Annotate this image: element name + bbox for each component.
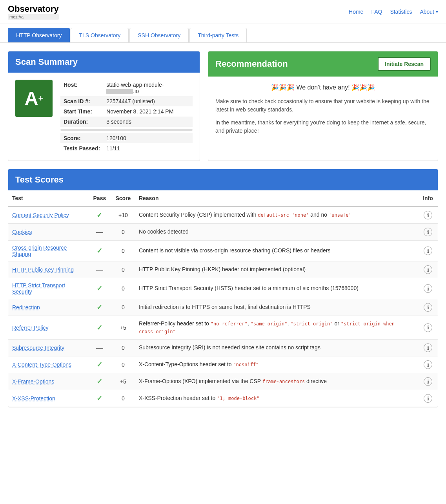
test-link[interactable]: Content Security Policy: [12, 212, 69, 218]
test-name-cell: Content Security Policy: [8, 206, 88, 224]
info-cell: ℹ: [418, 261, 438, 278]
test-scores-body: Content Security Policy✓+10Content Secur…: [8, 206, 438, 407]
table-row: HTTP Public Key Pinning—0HTTP Public Key…: [8, 261, 438, 278]
info-cell: ℹ: [418, 390, 438, 407]
col-reason: Reason: [135, 190, 418, 206]
pass-cell: ✓: [88, 299, 111, 316]
rec-para-2: In the meantime, thanks for everything y…: [215, 119, 431, 135]
test-link[interactable]: Cross-origin Resource Sharing: [12, 245, 67, 257]
table-row: Subresource Integrity—0Subresource Integ…: [8, 340, 438, 356]
recommendation-emoji: 🎉🎉🎉 We don't have any! 🎉🎉🎉: [215, 84, 431, 91]
reason-cell: Referrer-Policy header set to "no-referr…: [135, 316, 418, 340]
table-row: Cookies—0No cookies detectedℹ: [8, 224, 438, 241]
reason-cell: X-Frame-Options (XFO) implemented via th…: [135, 373, 418, 390]
info-icon[interactable]: ℹ: [424, 211, 432, 219]
nav-statistics[interactable]: Statistics: [390, 9, 412, 15]
table-row: Referrer Policy✓+5Referrer-Policy header…: [8, 316, 438, 340]
score-cell: 0: [111, 340, 135, 356]
info-cell: ℹ: [418, 299, 438, 316]
rec-para-1: Make sure to check back occasionally to …: [215, 97, 431, 114]
info-icon[interactable]: ℹ: [424, 265, 432, 274]
test-link[interactable]: Redirection: [12, 304, 40, 310]
score-cell: 0: [111, 224, 135, 241]
reason-cell: HTTP Public Key Pinning (HKPK) header no…: [135, 261, 418, 278]
tab-ssh-observatory[interactable]: SSH Observatory: [129, 28, 189, 42]
tabs-bar: HTTP Observatory TLS Observatory SSH Obs…: [0, 28, 446, 43]
tab-http-observatory[interactable]: HTTP Observatory: [8, 28, 70, 42]
table-row: HTTP Strict Transport Security✓0HTTP Str…: [8, 278, 438, 299]
scan-id-label: Scan ID #:: [60, 96, 103, 106]
score-cell: +5: [111, 373, 135, 390]
info-icon[interactable]: ℹ: [424, 247, 432, 255]
nav-about[interactable]: About: [420, 9, 438, 15]
recommendation-text: Make sure to check back occasionally to …: [215, 97, 431, 135]
info-icon[interactable]: ℹ: [424, 343, 432, 352]
grade-letter: A: [25, 88, 38, 109]
score-cell: 0: [111, 356, 135, 373]
pass-dash: —: [96, 266, 103, 274]
test-link[interactable]: Referrer Policy: [12, 325, 49, 331]
info-cell: ℹ: [418, 278, 438, 299]
info-icon[interactable]: ℹ: [424, 323, 432, 332]
info-icon[interactable]: ℹ: [424, 228, 432, 236]
code-value: frame-ancestors: [262, 379, 305, 384]
col-score: Score: [111, 190, 135, 206]
code-value: "nosniff": [233, 362, 258, 367]
nav-faq[interactable]: FAQ: [371, 9, 382, 15]
test-name-cell: X-Frame-Options: [8, 373, 88, 390]
test-link[interactable]: HTTP Public Key Pinning: [12, 267, 74, 273]
info-cell: ℹ: [418, 373, 438, 390]
recommendation-title: Recommendation: [215, 59, 288, 69]
test-link[interactable]: X-XSS-Protection: [12, 395, 55, 402]
duration-label: Duration:: [60, 117, 103, 127]
info-icon[interactable]: ℹ: [424, 284, 432, 293]
info-cell: ℹ: [418, 224, 438, 241]
table-row: Scan ID #: 22574447 (unlisted): [60, 96, 193, 106]
pass-checkmark: ✓: [96, 247, 102, 255]
recommendation-body: 🎉🎉🎉 We don't have any! 🎉🎉🎉 Make sure to …: [208, 77, 438, 147]
pass-checkmark: ✓: [96, 324, 102, 332]
test-link[interactable]: Subresource Integrity: [12, 345, 64, 351]
test-link[interactable]: Cookies: [12, 229, 32, 235]
tab-third-party-tests[interactable]: Third-party Tests: [189, 28, 247, 42]
scan-details: Host: static-web-app-module-████████.io …: [60, 80, 193, 153]
code-value: "strict-origin": [290, 321, 333, 327]
test-name-cell: Referrer Policy: [8, 316, 88, 340]
nav: Home FAQ Statistics About: [349, 9, 438, 15]
code-value: default-src 'none': [258, 212, 309, 218]
test-scores-header: Test Scores: [8, 169, 438, 190]
info-icon[interactable]: ℹ: [424, 303, 432, 312]
col-info: Info: [418, 190, 438, 206]
nav-home[interactable]: Home: [349, 9, 363, 15]
host-value: static-web-app-module-████████.io: [103, 80, 193, 96]
test-link[interactable]: HTTP Strict Transport Security: [12, 282, 65, 295]
test-link[interactable]: X-Frame-Options: [12, 378, 54, 385]
info-cell: ℹ: [418, 340, 438, 356]
info-cell: ℹ: [418, 241, 438, 261]
test-link[interactable]: X-Content-Type-Options: [12, 362, 71, 368]
header: Observatory moz://a Home FAQ Statistics …: [0, 0, 446, 24]
pass-cell: —: [88, 261, 111, 278]
host-suffix: .io: [133, 88, 139, 94]
test-name-cell: Cross-origin Resource Sharing: [8, 241, 88, 261]
score-value: 120/100: [103, 133, 193, 143]
logo-sub: moz://a: [8, 14, 59, 20]
test-name-cell: Redirection: [8, 299, 88, 316]
table-header-row: Test Pass Score Reason Info: [8, 190, 438, 206]
tab-tls-observatory[interactable]: TLS Observatory: [71, 28, 129, 42]
pass-checkmark: ✓: [96, 378, 102, 385]
info-icon[interactable]: ℹ: [424, 360, 432, 369]
reason-cell: X-XSS-Protection header set to "1; mode=…: [135, 390, 418, 407]
code-value: "1; mode=block": [217, 396, 259, 401]
rescan-button[interactable]: Initiate Rescan: [378, 57, 431, 71]
pass-cell: ✓: [88, 278, 111, 299]
host-text: static-web-app-module-: [106, 82, 164, 88]
host-redacted: ████████: [106, 89, 133, 94]
top-panels: Scan Summary A+ Host: static-web-app-mod…: [8, 51, 438, 161]
score-cell: +5: [111, 316, 135, 340]
info-icon[interactable]: ℹ: [424, 377, 432, 386]
table-row: Tests Passed: 11/11: [60, 143, 193, 153]
pass-cell: ✓: [88, 356, 111, 373]
code-value: 'unsafe': [329, 212, 351, 218]
info-icon[interactable]: ℹ: [424, 394, 432, 403]
